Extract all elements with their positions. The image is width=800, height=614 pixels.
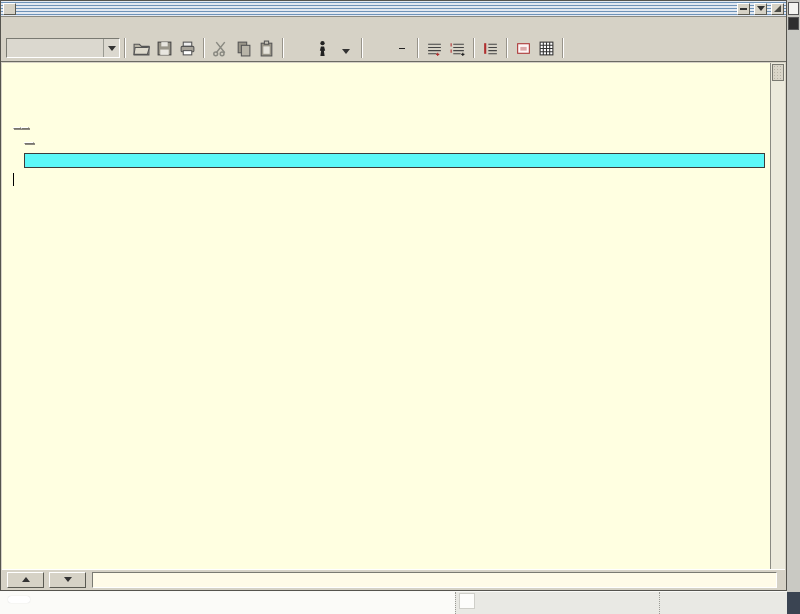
folder-open-icon (133, 40, 150, 57)
toolbar-separator (473, 38, 475, 58)
window-menu-button[interactable] (3, 3, 16, 15)
history-down-button[interactable] (49, 572, 86, 588)
minibuffer-input[interactable] (92, 572, 777, 588)
paragraph-style-select[interactable] (6, 38, 120, 58)
background-widget (8, 596, 30, 603)
key-inset-button[interactable] (21, 127, 29, 129)
toolbar-separator (124, 38, 126, 58)
chevron-down-icon (108, 46, 116, 51)
depth-button[interactable] (479, 37, 502, 60)
titlebar-stripes-left (18, 1, 369, 17)
toolbar-separator (417, 38, 419, 58)
background-window-button (459, 593, 475, 609)
background-window-divider (659, 592, 660, 614)
desktop-background (0, 592, 787, 614)
paste-button[interactable] (255, 37, 278, 60)
font-icon (342, 40, 350, 56)
insert-table-button[interactable] (535, 37, 558, 60)
lyx-window (0, 0, 787, 591)
itemize-button[interactable] (423, 37, 446, 60)
text-cursor (13, 173, 14, 186)
background-window-edge (455, 592, 787, 614)
toolbar-separator (562, 38, 564, 58)
copy-button[interactable] (232, 37, 255, 60)
toolbar-separator (506, 38, 508, 58)
toolbar-separator (203, 38, 205, 58)
emphasis-button[interactable] (288, 37, 311, 60)
triangle-down-icon (64, 577, 72, 582)
paragraph-1 (13, 116, 767, 135)
print-button[interactable] (176, 37, 199, 60)
minimize-icon (740, 8, 747, 10)
toolbar-separator (361, 38, 363, 58)
save-button[interactable] (153, 37, 176, 60)
indent-depth-icon (482, 40, 499, 57)
section-heading (20, 83, 767, 100)
menubar (1, 17, 786, 35)
desktop-screen (0, 0, 800, 614)
resize-corner-icon (774, 5, 781, 12)
itemize-list-icon (426, 40, 443, 57)
combo-arrow-button[interactable] (103, 39, 119, 57)
chevron-down-icon (757, 6, 765, 11)
paragraph-2 (13, 171, 767, 190)
triangle-up-icon (22, 577, 30, 582)
person-icon (314, 40, 331, 57)
maximize-button[interactable] (771, 3, 784, 15)
math-mode-button[interactable] (390, 37, 413, 60)
chevron-down-icon (342, 49, 350, 54)
math-fraction-icon (399, 48, 405, 49)
toolbar-separator (282, 38, 284, 58)
font-dialog-button[interactable] (334, 37, 357, 60)
vertical-scrollbar[interactable] (770, 63, 785, 569)
floppy-icon (156, 40, 173, 57)
document-area[interactable] (2, 63, 770, 569)
note-inset-button[interactable] (24, 142, 34, 144)
document-wrapper (2, 63, 785, 569)
tex-mode-button[interactable] (367, 37, 390, 60)
panel-dark-block (787, 592, 800, 614)
enumerate-button[interactable] (446, 37, 469, 60)
minimize-button[interactable] (737, 3, 750, 15)
pager-desktop-1[interactable] (788, 2, 799, 15)
url-inset-button[interactable] (13, 127, 21, 129)
note-box[interactable] (24, 153, 765, 168)
table-grid-icon (538, 40, 555, 57)
scissors-icon (212, 40, 229, 57)
clipboard-paste-icon (258, 40, 275, 57)
titlebar-stripes-right (385, 1, 736, 17)
shade-button[interactable] (754, 3, 767, 15)
scrollbar-thumb[interactable] (772, 64, 784, 81)
figure-icon (515, 40, 532, 57)
noun-button[interactable] (311, 37, 334, 60)
history-up-button[interactable] (7, 572, 44, 588)
cut-button[interactable] (209, 37, 232, 60)
enumerate-list-icon (449, 40, 466, 57)
titlebar[interactable] (1, 1, 786, 17)
minibuffer-bar (2, 569, 785, 589)
desktop-panel (787, 0, 800, 614)
toolbar (1, 35, 786, 62)
printer-icon (179, 40, 196, 57)
copy-icon (235, 40, 252, 57)
open-file-button[interactable] (130, 37, 153, 60)
pager-desktop-2[interactable] (788, 17, 799, 30)
insert-figure-button[interactable] (512, 37, 535, 60)
